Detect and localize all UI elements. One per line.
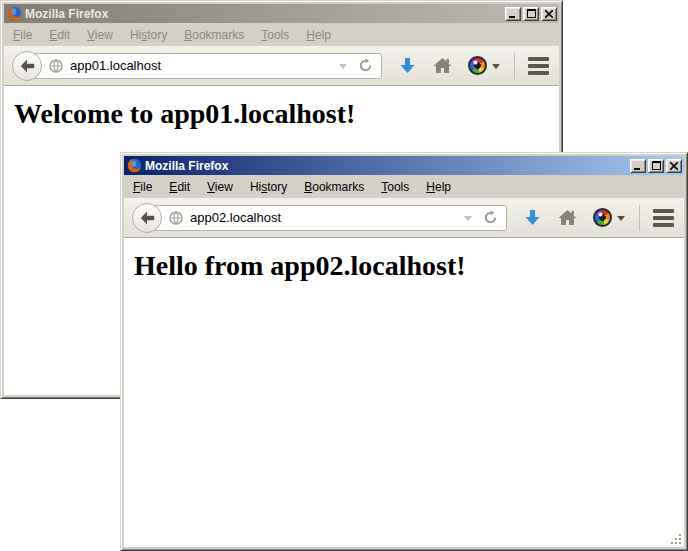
window-title: Mozilla Firefox: [25, 7, 505, 21]
home-icon: [433, 57, 452, 74]
close-button[interactable]: [541, 7, 557, 21]
menu-item-file[interactable]: File: [6, 26, 39, 44]
reload-icon[interactable]: [483, 210, 498, 225]
menu-panel-button[interactable]: [653, 209, 674, 227]
maximize-icon: [527, 9, 536, 18]
menu-item-bookmarks[interactable]: Bookmarks: [297, 178, 371, 196]
reload-icon[interactable]: [358, 58, 373, 73]
menu-panel-button[interactable]: [528, 57, 549, 75]
maximize-icon: [652, 161, 661, 170]
menu-item-file[interactable]: File: [126, 178, 159, 196]
back-arrow-icon: [140, 211, 155, 225]
back-button[interactable]: [132, 203, 162, 233]
minimize-icon: [634, 161, 642, 170]
close-icon: [670, 162, 678, 170]
menu-item-history[interactable]: History: [123, 26, 174, 44]
url-dropdown-icon[interactable]: [339, 64, 347, 73]
close-icon: [545, 10, 553, 18]
titlebar[interactable]: Mozilla Firefox: [4, 4, 559, 23]
color-lens-icon: [593, 208, 612, 227]
window-app02: Mozilla Firefox File Edit View History B…: [120, 152, 688, 551]
back-arrow-icon: [20, 59, 35, 73]
home-button[interactable]: [558, 209, 577, 226]
menu-item-history[interactable]: History: [243, 178, 294, 196]
menu-item-edit[interactable]: Edit: [42, 26, 77, 44]
site-globe-icon: [49, 59, 63, 73]
minimize-icon: [509, 9, 517, 18]
minimize-button[interactable]: [630, 159, 646, 173]
colorzilla-button[interactable]: [468, 56, 500, 75]
firefox-logo-icon: [7, 6, 22, 21]
page-content-app02: Hello from app02.localhost!: [124, 238, 684, 547]
download-button[interactable]: [398, 57, 417, 75]
menu-item-help[interactable]: Help: [419, 178, 458, 196]
colorzilla-button[interactable]: [593, 208, 625, 227]
resize-grip[interactable]: [670, 533, 683, 546]
home-icon: [558, 209, 577, 226]
menu-item-edit[interactable]: Edit: [162, 178, 197, 196]
back-button[interactable]: [12, 51, 42, 81]
hamburger-icon: [528, 57, 549, 61]
menu-item-view[interactable]: View: [80, 26, 120, 44]
download-arrow-icon: [398, 57, 417, 75]
menu-item-bookmarks[interactable]: Bookmarks: [177, 26, 251, 44]
menu-bar: File Edit View History Bookmarks Tools H…: [4, 23, 559, 46]
page-heading: Hello from app02.localhost!: [134, 250, 684, 282]
toolbar-separator: [639, 205, 640, 231]
color-lens-icon: [468, 56, 487, 75]
toolbar-separator: [514, 53, 515, 79]
firefox-logo-icon: [127, 158, 142, 173]
close-button[interactable]: [666, 159, 682, 173]
minimize-button[interactable]: [505, 7, 521, 21]
maximize-button[interactable]: [523, 7, 539, 21]
url-dropdown-icon[interactable]: [464, 216, 472, 225]
site-globe-icon: [169, 211, 183, 225]
chevron-down-icon: [492, 64, 500, 73]
chevron-down-icon: [617, 216, 625, 225]
menu-item-view[interactable]: View: [200, 178, 240, 196]
url-bar[interactable]: app01.localhost: [27, 53, 382, 79]
url-bar[interactable]: app02.localhost: [147, 205, 507, 231]
navigation-toolbar: app01.localhost: [4, 46, 559, 86]
menu-item-tools[interactable]: Tools: [374, 178, 416, 196]
navigation-toolbar: app02.localhost: [124, 198, 684, 238]
menu-bar: File Edit View History Bookmarks Tools H…: [124, 175, 684, 198]
page-heading: Welcome to app01.localhost!: [14, 98, 559, 130]
titlebar[interactable]: Mozilla Firefox: [124, 156, 684, 175]
download-arrow-icon: [523, 209, 542, 227]
download-button[interactable]: [523, 209, 542, 227]
menu-item-help[interactable]: Help: [299, 26, 338, 44]
url-text[interactable]: app01.localhost: [70, 58, 333, 73]
menu-item-tools[interactable]: Tools: [254, 26, 296, 44]
hamburger-icon: [653, 209, 674, 213]
home-button[interactable]: [433, 57, 452, 74]
url-text[interactable]: app02.localhost: [190, 210, 458, 225]
maximize-button[interactable]: [648, 159, 664, 173]
window-title: Mozilla Firefox: [145, 159, 630, 173]
